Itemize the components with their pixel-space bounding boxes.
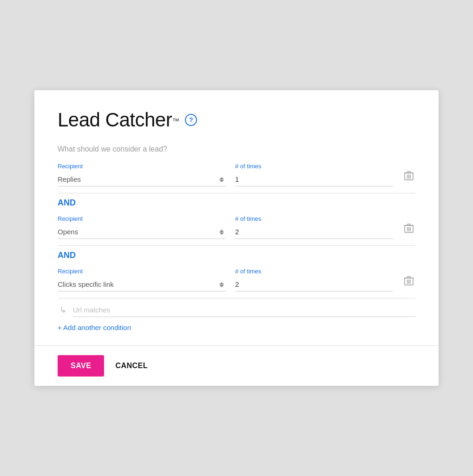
condition-row-1: Recipient Replies Opens Clicks specific … — [58, 163, 415, 193]
condition-row-3: Recipient Replies Opens Clicks specific … — [58, 268, 415, 298]
recipient-select-3[interactable]: Replies Opens Clicks specific link Click… — [58, 278, 226, 291]
modal-footer: SAVE CANCEL — [34, 345, 439, 386]
and-label-1: AND — [58, 198, 415, 208]
times-label-2: # of times — [235, 215, 393, 222]
times-field-3: # of times — [235, 268, 393, 291]
trash-icon-2 — [404, 223, 414, 233]
recipient-select-1[interactable]: Replies Opens Clicks specific link Click… — [58, 172, 226, 186]
and-label-2: AND — [58, 251, 415, 260]
times-field-2: # of times — [235, 215, 393, 239]
trash-icon-1 — [404, 171, 414, 181]
url-row: ↳ — [58, 303, 415, 317]
recipient-label-2: Recipient — [58, 215, 226, 222]
recipient-field-1: Recipient Replies Opens Clicks specific … — [58, 163, 226, 186]
trash-icon-3 — [404, 276, 414, 286]
save-button[interactable]: SAVE — [58, 355, 104, 377]
page-title: Lead Catcher™ — [58, 109, 179, 131]
times-input-3[interactable] — [235, 278, 393, 291]
times-input-1[interactable] — [235, 172, 393, 186]
times-field-1: # of times — [235, 163, 393, 186]
help-icon[interactable]: ? — [185, 114, 197, 126]
recipient-select-2[interactable]: Replies Opens Clicks specific link Click… — [58, 225, 226, 239]
form-subtitle: What should we consider a lead? — [58, 145, 415, 153]
condition-row-2: Recipient Replies Opens Clicks specific … — [58, 215, 415, 246]
recipient-field-2: Recipient Replies Opens Clicks specific … — [58, 215, 226, 239]
delete-button-2[interactable] — [402, 221, 415, 235]
condition-block-2: Recipient Replies Opens Clicks specific … — [58, 215, 415, 246]
url-input[interactable] — [73, 303, 415, 317]
delete-button-3[interactable] — [402, 274, 415, 288]
modal-body: Lead Catcher™ ? What should we consider … — [34, 90, 439, 345]
delete-button-1[interactable] — [402, 169, 415, 183]
url-arrow-icon: ↳ — [59, 305, 66, 315]
cancel-button[interactable]: CANCEL — [115, 362, 148, 370]
add-condition-button[interactable]: + Add another condition — [58, 324, 131, 331]
lead-catcher-modal: Lead Catcher™ ? What should we consider … — [34, 90, 439, 386]
recipient-label-1: Recipient — [58, 163, 226, 170]
recipient-select-wrapper-1: Replies Opens Clicks specific link Click… — [58, 172, 226, 186]
title-row: Lead Catcher™ ? — [58, 109, 415, 131]
times-input-2[interactable] — [235, 225, 393, 239]
condition-block-1: Recipient Replies Opens Clicks specific … — [58, 163, 415, 193]
title-text: Lead Catcher — [58, 109, 172, 131]
recipient-label-3: Recipient — [58, 268, 226, 275]
times-label-3: # of times — [235, 268, 393, 275]
recipient-select-wrapper-3: Replies Opens Clicks specific link Click… — [58, 278, 226, 291]
times-label-1: # of times — [235, 163, 393, 170]
title-trademark: ™ — [172, 117, 179, 125]
condition-block-3: Recipient Replies Opens Clicks specific … — [58, 268, 415, 317]
recipient-select-wrapper-2: Replies Opens Clicks specific link Click… — [58, 225, 226, 239]
recipient-field-3: Recipient Replies Opens Clicks specific … — [58, 268, 226, 291]
